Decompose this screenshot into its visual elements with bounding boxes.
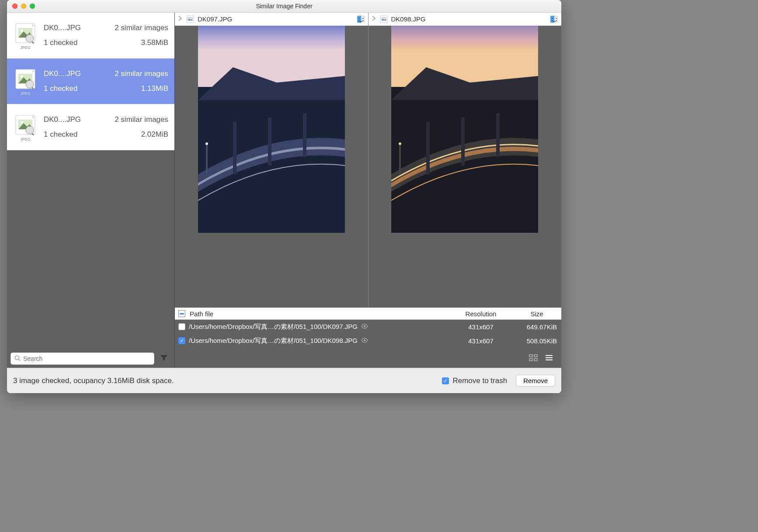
row-resolution: 431x607 [449, 337, 512, 345]
svg-point-42 [556, 18, 557, 19]
close-icon[interactable] [12, 3, 17, 9]
row-path: /Users/home/Dropbox/写真…の素材/051_100/DK098… [189, 337, 358, 345]
group-checked: 1 checked [44, 38, 78, 47]
svg-point-15 [21, 121, 23, 124]
group-item[interactable]: JPEG DK0....JPG2 similar images 1 checke… [7, 59, 174, 104]
footer: 3 image checked, ocupancy 3.16MiB disk s… [7, 368, 561, 393]
group-info: DK0....JPG2 similar images 1 checked1.13… [44, 69, 168, 93]
filter-icon[interactable] [157, 353, 171, 364]
svg-rect-31 [233, 122, 236, 174]
image-file-icon [186, 15, 194, 23]
reveal-in-finder-icon[interactable] [357, 15, 365, 24]
row-path-cell: /Users/home/Dropbox/写真…の素材/051_100/DK097… [189, 323, 449, 331]
checkbox-icon[interactable] [178, 323, 185, 330]
svg-rect-25 [361, 16, 365, 23]
header-check[interactable] [175, 310, 189, 317]
group-checked: 1 checked [44, 130, 78, 139]
titlebar[interactable]: Similar Image Finder [7, 0, 561, 13]
svg-rect-33 [303, 113, 306, 157]
svg-point-50 [399, 142, 401, 145]
group-info: DK0....JPG2 similar images 1 checked2.02… [44, 115, 168, 139]
svg-point-52 [364, 339, 365, 341]
indeterminate-checkbox-icon[interactable] [178, 310, 185, 317]
svg-marker-20 [160, 355, 167, 361]
svg-rect-28 [198, 26, 345, 87]
svg-point-26 [358, 18, 359, 19]
group-item[interactable]: JPEG DK0....JPG2 similar images 1 checke… [7, 13, 174, 59]
window-title: Similar Image Finder [7, 3, 561, 10]
group-filename: DK0....JPG [44, 69, 81, 78]
svg-rect-32 [268, 117, 271, 166]
search-input[interactable] [23, 355, 150, 362]
preview-filename: DK098.JPG [391, 15, 426, 23]
preview-pane-left: DK097.JPG [175, 13, 369, 307]
group-size: 2.02MiB [141, 130, 168, 139]
checkbox-checked-icon[interactable]: ✓ [442, 377, 449, 384]
row-checkbox-cell[interactable] [175, 323, 189, 330]
svg-rect-40 [554, 16, 558, 23]
chevron-right-icon[interactable] [371, 15, 376, 23]
remove-to-trash-option[interactable]: ✓ Remove to trash [442, 377, 507, 385]
status-text: 3 image checked, ocupancy 3.16MiB disk s… [13, 377, 174, 385]
search-input-wrap[interactable] [10, 352, 154, 365]
checkbox-checked-icon[interactable]: ✓ [178, 337, 185, 344]
table-body: /Users/home/Dropbox/写真…の素材/051_100/DK097… [175, 320, 561, 348]
header-size[interactable]: Size [512, 310, 561, 318]
search-icon [14, 355, 21, 363]
table-row[interactable]: /Users/home/Dropbox/写真…の素材/051_100/DK097… [175, 320, 561, 334]
group-size: 1.13MiB [141, 84, 168, 93]
quicklook-icon[interactable] [361, 323, 368, 330]
svg-point-51 [364, 325, 365, 327]
remove-to-trash-label: Remove to trash [452, 377, 507, 385]
preview-pane-right: DK098.JPG [369, 13, 562, 307]
maximize-icon[interactable] [30, 3, 35, 9]
preview-header: DK097.JPG [175, 13, 368, 26]
file-type-label: JPEG [13, 137, 38, 142]
header-resolution[interactable]: Resolution [449, 310, 512, 318]
svg-rect-43 [391, 26, 538, 87]
svg-rect-47 [461, 117, 465, 166]
jpeg-file-icon: JPEG [13, 68, 38, 95]
svg-point-35 [205, 142, 208, 145]
list-view-icon[interactable] [541, 352, 557, 364]
svg-line-19 [19, 359, 21, 361]
jpeg-file-icon: JPEG [13, 114, 38, 141]
view-mode-toggle [175, 348, 561, 368]
header-path[interactable]: Path file [189, 310, 449, 318]
sidebar-footer [7, 349, 174, 368]
jpeg-file-icon: JPEG [13, 22, 38, 49]
row-size: 649.67KiB [512, 323, 561, 331]
svg-point-16 [26, 126, 34, 134]
svg-rect-53 [529, 355, 532, 357]
group-filename: DK0....JPG [44, 115, 81, 124]
file-type-label: JPEG [13, 91, 38, 96]
group-similar: 2 similar images [115, 115, 168, 124]
row-checkbox-cell[interactable]: ✓ [175, 337, 189, 344]
quicklook-icon[interactable] [361, 337, 368, 344]
table-header: Path file Resolution Size [175, 307, 561, 320]
grid-view-icon[interactable] [525, 352, 541, 364]
row-resolution: 431x607 [449, 323, 512, 331]
minimize-icon[interactable] [21, 3, 26, 9]
file-type-label: JPEG [13, 45, 38, 50]
svg-point-27 [362, 18, 363, 19]
preview-image[interactable] [175, 26, 368, 307]
group-filename: DK0....JPG [44, 24, 81, 32]
row-size: 508.05KiB [512, 337, 561, 345]
window-controls [12, 3, 35, 9]
group-checked: 1 checked [44, 84, 78, 93]
group-item[interactable]: JPEG DK0....JPG2 similar images 1 checke… [7, 104, 174, 150]
preview-header: DK098.JPG [369, 13, 562, 26]
table-row[interactable]: ✓ /Users/home/Dropbox/写真…の素材/051_100/DK0… [175, 334, 561, 348]
chevron-right-icon[interactable] [177, 15, 183, 23]
svg-point-9 [21, 75, 23, 78]
svg-point-41 [552, 18, 553, 19]
remove-button[interactable]: Remove [516, 375, 555, 387]
preview-image[interactable] [369, 26, 562, 307]
svg-rect-54 [534, 355, 537, 357]
group-size: 3.58MiB [141, 38, 168, 47]
reveal-in-finder-icon[interactable] [550, 15, 559, 24]
group-info: DK0....JPG2 similar images 1 checked3.58… [44, 24, 168, 47]
svg-rect-46 [426, 122, 430, 174]
app-window: Similar Image Finder JPEG DK0....JPG2 si… [7, 0, 561, 393]
